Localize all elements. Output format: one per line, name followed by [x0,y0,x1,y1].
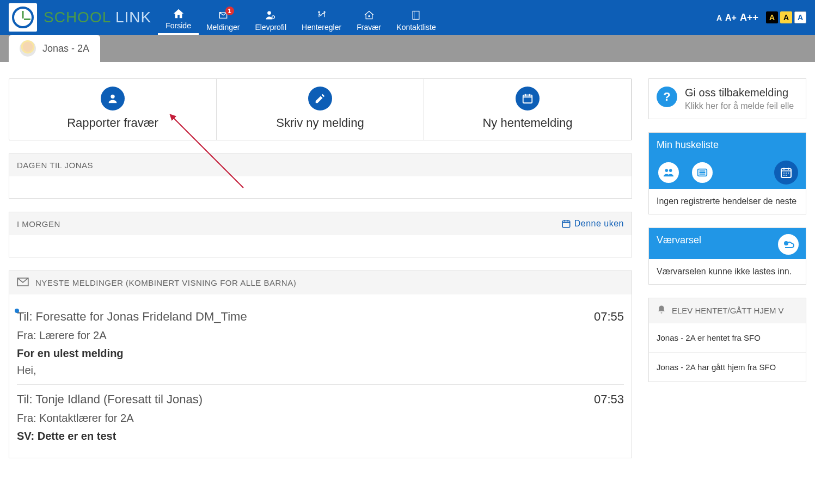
message-item[interactable]: Til: Foresatte for Jonas Frideland DM_Ti… [17,302,624,385]
nav-elevprofil[interactable]: Elevprofil [247,5,294,35]
bell-icon [657,305,666,316]
pickup-row[interactable]: Jonas - 2A har gått hjem fra SFO [649,352,806,382]
svg-rect-5 [413,11,420,20]
week-link-label: Denne uken [574,219,624,229]
envelope-icon [17,278,29,288]
nav-forside-label: Forside [166,21,191,30]
pencil-icon [308,87,332,110]
weather-header: Værvarsel [649,228,806,259]
calendar-icon[interactable] [774,161,798,185]
messages-panel-header: NYESTE MELDINGER (KOMBINERT VISNING FOR … [9,271,632,294]
svg-point-6 [111,95,114,99]
pickup-widget: ELEV HENTET/GÅTT HJEM V Jonas - 2A er he… [648,298,806,382]
contrast-dark-button[interactable]: A [766,11,778,23]
nav-elevprofil-label: Elevprofil [255,23,286,32]
message-from: Fra: Lærere for 2A [17,329,624,342]
huskeliste-widget: Min huskeliste Ingen registrerte hendels… [648,132,806,214]
weather-title: Værvarsel [657,235,701,245]
feedback-subtitle: Klikk her for å melde feil elle [685,101,794,111]
student-tab[interactable]: Jonas - 2A [9,35,100,62]
huskeliste-header: Min huskeliste [649,133,806,157]
huskeliste-icons [649,157,806,189]
tomorrow-panel-header: I MORGEN Denne uken [9,212,632,235]
message-preview: Hei, [17,364,624,377]
weather-body: Værvarselen kunne ikke lastes inn. [649,259,806,284]
svg-point-1 [272,16,275,19]
tomorrow-panel-title: I MORGEN [17,219,60,229]
student-tab-bar: Jonas - 2A [0,35,815,62]
weather-widget: Værvarsel Værvarselen kunne ikke lastes … [648,228,806,285]
envelope-icon: 1 [217,10,230,21]
pickup-title: ELEV HENTET/GÅTT HJEM V [672,306,784,315]
nav-kontaktliste[interactable]: Kontaktliste [389,5,443,35]
nav-henteregler-label: Henteregler [302,23,341,32]
calendar-small-icon [561,219,571,229]
header-right: A A+ A++ A A A [716,11,806,23]
user-gear-icon [264,10,277,21]
header-left: SCHOOL LINK Forside 1 Meldinger El [9,0,444,35]
messages-panel-title: NYESTE MELDINGER (KOMBINERT VISNING FOR … [35,278,296,287]
contrast-yellow-button[interactable]: A [780,11,792,23]
top-header: SCHOOL LINK Forside 1 Meldinger El [0,0,815,35]
unread-indicator [15,309,19,313]
notebook-icon [409,10,422,21]
pickup-header: ELEV HENTET/GÅTT HJEM V [649,298,806,323]
svg-point-3 [323,11,325,13]
message-to: Til: Tonje Idland (Foresatt til Jonas) [17,392,203,407]
message-subject: For en ulest melding [17,347,624,360]
skriv-melding-button[interactable]: Skriv ny melding [217,79,424,140]
message-subject: SV: Dette er en test [17,430,624,442]
today-panel-header: DAGEN TIL JONAS [9,154,632,176]
feedback-title: Gi oss tilbakemelding [685,87,794,99]
person-icon [101,87,125,110]
rapporter-fravaer-button[interactable]: Rapporter fravær [9,79,217,140]
nav-meldinger[interactable]: 1 Meldinger [199,5,247,35]
font-aplus-button[interactable]: A+ [725,13,737,23]
student-tab-label: Jonas - 2A [42,43,89,54]
action-tiles: Rapporter fravær Skriv ny melding Ny hen… [9,78,632,140]
tomorrow-panel: I MORGEN Denne uken [9,212,632,257]
right-column: ? Gi oss tilbakemelding Klikk her for å … [648,78,806,471]
brand-part-1: SCHOOL [44,9,111,26]
nav-fravaer[interactable]: Fravær [349,5,389,35]
group-icon[interactable] [657,161,681,185]
home-user-icon [363,10,376,21]
svg-point-2 [318,11,320,13]
nav-forside[interactable]: Forside [158,4,199,35]
content: Rapporter fravær Skriv ny melding Ny hen… [0,62,815,471]
list-icon[interactable] [690,161,714,185]
message-item[interactable]: Til: Tonje Idland (Foresatt til Jonas) 0… [17,385,624,450]
hente-label: Ny hentemelding [424,116,631,130]
contrast-white-button[interactable]: A [794,11,806,23]
svg-rect-7 [523,95,532,103]
message-from: Fra: Kontaktlærer for 2A [17,412,624,425]
messages-panel: NYESTE MELDINGER (KOMBINERT VISNING FOR … [9,271,632,458]
this-week-link[interactable]: Denne uken [561,219,624,229]
nav-fravaer-label: Fravær [357,23,381,32]
feedback-widget[interactable]: ? Gi oss tilbakemelding Klikk her for å … [648,78,806,119]
font-a-button[interactable]: A [716,14,722,22]
font-aplusplus-button[interactable]: A++ [740,12,758,23]
contrast-controls: A A A [766,11,806,23]
avatar [20,40,36,57]
messages-list: Til: Foresatte for Jonas Frideland DM_Ti… [9,294,632,458]
logo[interactable] [9,3,37,32]
tomorrow-panel-body [9,235,632,257]
message-to: Til: Foresatte for Jonas Frideland DM_Ti… [17,310,247,324]
handoff-icon [315,10,328,21]
pickup-row[interactable]: Jonas - 2A er hentet fra SFO [649,323,806,352]
weather-icon [776,232,800,256]
today-panel-body [9,176,632,198]
skriv-label: Skriv ny melding [217,116,424,130]
calendar-icon [516,87,540,110]
nav-henteregler[interactable]: Henteregler [294,5,349,35]
svg-rect-9 [562,221,570,228]
rapporter-label: Rapporter fravær [9,116,216,130]
nav-meldinger-label: Meldinger [206,23,240,32]
font-size-controls[interactable]: A A+ A++ [716,12,758,23]
brand-part-2: LINK [111,9,151,26]
huskeliste-body: Ingen registrerte hendelser de neste [649,189,806,214]
ny-hentemelding-button[interactable]: Ny hentemelding [424,79,632,140]
brand-text: SCHOOL LINK [44,9,151,26]
today-panel-title: DAGEN TIL JONAS [17,161,93,170]
